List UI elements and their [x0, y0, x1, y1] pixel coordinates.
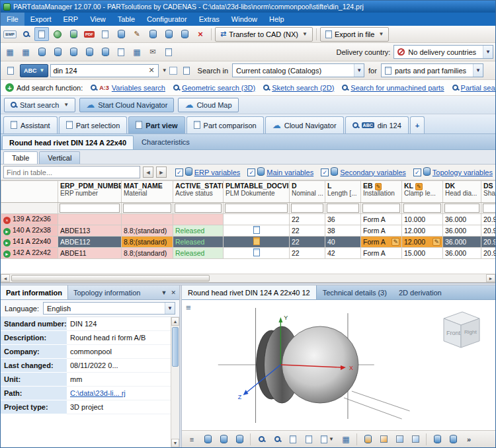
cube-blue-icon[interactable] [392, 432, 407, 446]
zoom-in-icon[interactable] [254, 432, 269, 446]
menu-item-erp[interactable]: ERP [58, 13, 85, 26]
scroll-up-icon[interactable]: ▲ [171, 317, 179, 326]
row-name-cell[interactable]: ►141 A 22x40 [1, 237, 58, 248]
horizontal-scrollbar[interactable]: ◄ ► [1, 274, 495, 282]
table-layout-icon[interactable]: ▦ [130, 45, 144, 59]
column-header-l[interactable]: LLength [... [325, 181, 361, 203]
clear-search-icon[interactable]: ✕ [147, 66, 155, 75]
viewport-menu-icon[interactable]: ≡ [186, 303, 191, 313]
nominal-d-cell[interactable]: 22 [290, 237, 325, 248]
tab-part-information[interactable]: Part information [1, 285, 68, 299]
plm-document-cell[interactable] [224, 237, 290, 248]
zoom-out-icon[interactable] [270, 432, 284, 446]
db-b-icon[interactable] [50, 45, 65, 59]
tab-part-document[interactable]: Round head rivet DIN 124 A 22x40 [2, 135, 134, 149]
abc-search-mode-button[interactable]: ABC ▼ [20, 64, 48, 77]
active-status-cell[interactable]: Released [173, 237, 224, 248]
db-green-icon[interactable] [66, 27, 81, 41]
column-header-d[interactable]: DNominal ... [290, 181, 325, 203]
checkbox-topology-variables[interactable]: ✓ [413, 168, 421, 176]
add-icon[interactable]: + [5, 83, 14, 92]
shank-ds-cell[interactable]: 20.9 [481, 237, 496, 248]
checkbox-main-variables[interactable]: ✓ [247, 168, 255, 176]
active-status-cell[interactable]: Released [173, 225, 224, 237]
erp-number-cell[interactable]: ABDE11 [58, 248, 122, 259]
db-blue-icon[interactable] [114, 27, 128, 41]
db-style1-icon[interactable] [200, 432, 215, 446]
column-filter-input[interactable] [327, 204, 359, 213]
column-filter-input[interactable] [403, 204, 441, 213]
view-menu-icon[interactable]: ≡ [185, 432, 199, 446]
db-delete-icon[interactable]: × [193, 27, 208, 41]
menu-item-export[interactable]: Export [24, 13, 58, 26]
tab-assistant[interactable]: Assistant [3, 116, 58, 133]
table-row-140[interactable]: ►140 A 22x38ABDE1138.8;(standard)Release… [1, 225, 496, 237]
render-quality-icon[interactable] [302, 432, 316, 446]
material-cell[interactable]: 8.8;(standard) [122, 248, 173, 259]
filter-label-secondary-variables[interactable]: Secondary variables [340, 168, 406, 176]
cloud-map-button[interactable]: ☁ Cloud Map [178, 98, 238, 112]
search-option-checkbox[interactable] [169, 67, 177, 75]
display-mode-icon[interactable]: ▼ [317, 432, 337, 446]
screenshot-icon[interactable] [34, 27, 49, 41]
language-select[interactable]: English ▼ [43, 302, 175, 315]
panel-close-icon[interactable]: ✕ [171, 289, 176, 296]
select-window-icon[interactable] [3, 63, 18, 77]
installation-eb-cell[interactable]: Form A [361, 248, 402, 259]
head-dia-dk-cell[interactable]: 36.000 [443, 237, 481, 248]
tab-cloud-navigator[interactable]: ☁Cloud Navigator [265, 116, 344, 133]
menu-item-configurator[interactable]: Configurator [141, 13, 193, 26]
scroll-right-icon[interactable]: ► [486, 274, 495, 282]
installation-eb-cell[interactable]: Form A✎ [361, 237, 402, 248]
column-header-kl[interactable]: KL✎Clamp le... [402, 181, 443, 203]
pdf-export-icon[interactable]: PDF [82, 27, 97, 41]
shank-ds-cell[interactable]: 20.9 [481, 214, 496, 225]
clamp-kl-cell[interactable]: 12.000✎ [402, 237, 443, 248]
bmp-export-icon[interactable]: BMP [3, 27, 17, 41]
column-filter-input[interactable] [123, 204, 171, 213]
tab-topology-information[interactable]: Topology information [68, 285, 146, 299]
column-filter-input[interactable] [60, 204, 120, 213]
monitor-icon[interactable] [161, 45, 176, 59]
column-filter-input[interactable] [444, 204, 479, 213]
clamp-kl-cell[interactable]: 15.000 [402, 248, 443, 259]
active-status-cell[interactable] [173, 214, 224, 225]
tab-vertical[interactable]: Vertical [39, 151, 80, 164]
active-status-cell[interactable]: Released [173, 248, 224, 259]
start-cloud-navigator-button[interactable]: ☁ Start Cloud Navigator [79, 98, 174, 112]
transfer-to-cad-button[interactable]: ⇄ Transfer to CAD (NX) ▼ [215, 27, 313, 42]
table-row-141[interactable]: ►141 A 22x40ABDE1128.8;(standard)Release… [1, 237, 496, 248]
erp-number-cell[interactable]: ABDE113 [58, 225, 122, 237]
material-cell[interactable]: 8.8;(standard) [122, 225, 173, 237]
tab-part-selection[interactable]: Part selection [59, 116, 128, 133]
menu-item-file[interactable]: File [1, 13, 24, 26]
search-function-link[interactable]: Search for unmachined parts [351, 84, 444, 92]
globe-green-icon[interactable] [50, 27, 65, 41]
column-header-erp-pdm-number[interactable]: ERP_PDM_NUMBERERP number [58, 181, 122, 203]
scrollbar-thumb[interactable] [11, 275, 210, 281]
db-c-icon[interactable] [66, 45, 81, 59]
cube-orange-icon[interactable] [376, 432, 391, 446]
tab-2d-derivation[interactable]: 2D derivation [393, 285, 448, 299]
checkbox-erp-variables[interactable]: ✓ [175, 168, 183, 176]
column-filter-input[interactable] [362, 204, 400, 213]
menu-item-help[interactable]: Help [263, 13, 290, 26]
db-mail-icon[interactable]: ✉ [145, 45, 160, 59]
length-l-cell[interactable]: 38 [325, 225, 361, 237]
format-list-icon[interactable] [98, 27, 112, 41]
doc-page-icon[interactable] [114, 45, 128, 59]
menu-item-view[interactable]: View [84, 13, 112, 26]
tab-characteristics[interactable]: Characteristics [135, 134, 196, 149]
filter-label-main-variables[interactable]: Main variables [267, 168, 313, 176]
table-row-142[interactable]: ►142 A 22x42ABDE118.8;(standard)Released… [1, 248, 496, 259]
menu-item-extras[interactable]: Extras [193, 13, 226, 26]
length-l-cell[interactable]: 36 [325, 214, 361, 225]
tag-icon[interactable] [179, 63, 194, 77]
row-name-cell[interactable]: ×139 A 22x36 [1, 214, 58, 225]
search-for-select[interactable]: parts and part families ▼ [381, 63, 483, 77]
delivery-country-select[interactable]: No delivery countries ▼ [393, 45, 493, 59]
db-x-icon[interactable] [430, 432, 444, 446]
column-header-ds[interactable]: DSShank d... [481, 181, 496, 203]
menu-item-window[interactable]: Window [226, 13, 263, 26]
length-l-cell[interactable]: 40 [325, 237, 361, 248]
